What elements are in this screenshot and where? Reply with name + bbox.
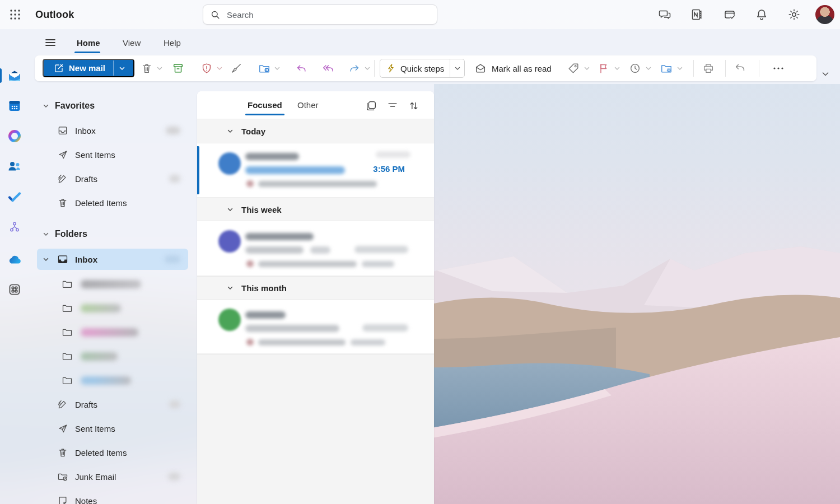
flag-button[interactable] — [595, 59, 613, 77]
email-row-unread[interactable]: 3:56 PM — [197, 143, 434, 198]
new-mail-dropdown[interactable] — [113, 60, 130, 76]
ellipsis-icon — [772, 62, 785, 75]
archive-button[interactable] — [169, 59, 187, 77]
snooze-chevron-icon[interactable] — [645, 65, 652, 72]
folder-junk-email[interactable]: Junk Email — [37, 466, 188, 487]
sweep-button[interactable] — [227, 59, 245, 77]
delete-split-chevron-icon[interactable] — [156, 65, 163, 72]
tab-help[interactable]: Help — [161, 34, 183, 51]
delete-button[interactable] — [138, 59, 156, 77]
quick-steps-button[interactable]: Quick steps — [380, 59, 465, 78]
folder-icon — [62, 326, 73, 338]
subfolder-blurred[interactable] — [37, 321, 188, 343]
rules-chevron-icon[interactable] — [676, 65, 683, 72]
move-to-split-chevron-icon[interactable] — [274, 65, 281, 72]
notifications-button[interactable] — [753, 6, 771, 24]
collapse-ribbon-button[interactable] — [819, 67, 832, 81]
search-bar[interactable] — [203, 4, 437, 25]
app-launcher-button[interactable] — [6, 6, 24, 24]
tab-view[interactable]: View — [120, 34, 143, 51]
blurred-folder-name — [81, 376, 131, 385]
select-messages-button[interactable] — [364, 99, 379, 113]
more-options-button[interactable] — [766, 59, 791, 77]
subfolder-blurred[interactable] — [37, 346, 188, 367]
tab-home[interactable]: Home — [74, 34, 102, 51]
favorites-section-header[interactable]: Favorites — [35, 97, 196, 114]
unread-count-blurred — [169, 175, 180, 183]
chevron-down-icon[interactable] — [43, 256, 49, 263]
group-header-today[interactable]: Today — [197, 119, 434, 143]
mark-all-as-read-button[interactable]: Mark all as read — [469, 59, 557, 78]
group-header-this-week[interactable]: This week — [197, 198, 434, 221]
folders-section-header[interactable]: Folders — [35, 226, 196, 242]
folder-sent-items[interactable]: Sent Items — [37, 418, 188, 439]
toggle-folder-pane-button[interactable] — [41, 34, 59, 52]
org-chart-icon — [8, 220, 21, 234]
folder-drafts[interactable]: Drafts — [37, 394, 188, 415]
search-input[interactable] — [226, 10, 430, 20]
flag-chevron-icon[interactable] — [614, 65, 620, 72]
move-to-button[interactable] — [255, 59, 273, 77]
favorite-inbox[interactable]: Inbox — [37, 120, 188, 141]
undo-button[interactable] — [731, 59, 749, 77]
favorite-sent-items[interactable]: Sent Items — [37, 144, 188, 165]
folder-deleted-items[interactable]: Deleted Items — [37, 442, 188, 463]
settings-button[interactable] — [785, 6, 803, 24]
sort-button[interactable] — [407, 99, 421, 113]
forward-button[interactable] — [346, 59, 363, 77]
people-app-icon — [7, 158, 22, 174]
folder-notes[interactable]: Notes — [37, 490, 188, 504]
rail-mail-button[interactable] — [3, 64, 26, 87]
subfolder-blurred[interactable] — [37, 273, 188, 295]
quick-steps-dropdown[interactable] — [450, 59, 464, 77]
group-header-this-month[interactable]: This month — [197, 276, 434, 300]
email-row[interactable] — [197, 300, 434, 354]
tab-other[interactable]: Other — [296, 96, 320, 113]
unread-count-blurred — [168, 473, 180, 480]
mail-app-icon — [7, 68, 22, 83]
subfolder-blurred[interactable] — [37, 370, 188, 391]
rail-todo-button[interactable] — [3, 185, 26, 208]
message-list-empty-area — [197, 354, 434, 504]
blurred-preview-icon — [246, 339, 254, 346]
rail-copilot-button[interactable] — [3, 125, 26, 147]
forward-split-chevron-icon[interactable] — [364, 65, 371, 72]
copilot-app-icon — [7, 128, 22, 144]
flag-icon — [598, 62, 610, 74]
blurred-preview-icon — [246, 180, 254, 187]
rules-button[interactable] — [657, 59, 675, 77]
chevron-down-icon — [43, 102, 49, 109]
print-button[interactable] — [699, 59, 717, 77]
blurred-folder-name — [81, 280, 141, 288]
rail-more-apps-button[interactable] — [3, 278, 26, 301]
favorite-deleted-items[interactable]: Deleted Items — [37, 192, 188, 213]
top-app-bar: Outlook — [0, 0, 840, 29]
rail-people-button[interactable] — [3, 155, 26, 178]
new-mail-button[interactable]: New mail — [43, 59, 134, 77]
subfolder-blurred[interactable] — [37, 297, 188, 319]
reply-button[interactable] — [292, 59, 310, 77]
categorize-chevron-icon[interactable] — [584, 65, 590, 72]
rail-org-explorer-button[interactable] — [3, 216, 26, 238]
blurred-date — [362, 324, 408, 332]
tab-focused[interactable]: Focused — [246, 96, 283, 113]
search-icon — [210, 10, 221, 20]
categorize-button[interactable] — [564, 59, 582, 77]
compose-icon — [54, 63, 64, 73]
reply-all-button[interactable] — [319, 59, 337, 77]
chat-button[interactable] — [656, 6, 674, 24]
folder-inbox-selected[interactable]: Inbox — [37, 249, 188, 270]
rail-onedrive-button[interactable] — [3, 249, 26, 271]
folder-icon — [62, 375, 73, 386]
todo-pane-button[interactable] — [721, 6, 739, 24]
favorite-drafts[interactable]: Drafts — [37, 168, 188, 189]
filter-button[interactable] — [385, 99, 400, 113]
account-avatar[interactable] — [815, 5, 834, 24]
report-button[interactable] — [198, 59, 216, 77]
report-split-chevron-icon[interactable] — [216, 65, 223, 72]
rail-calendar-button[interactable] — [3, 95, 26, 117]
email-row[interactable] — [197, 221, 434, 276]
snooze-button[interactable] — [626, 59, 644, 77]
onenote-feed-button[interactable] — [688, 6, 706, 24]
blurred-sender-name — [245, 153, 299, 160]
